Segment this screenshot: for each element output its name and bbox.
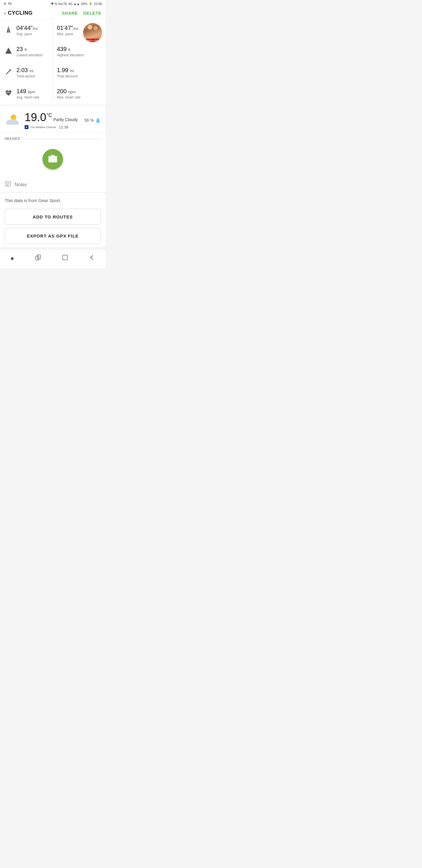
svg-line-12 <box>11 115 12 115</box>
svg-rect-1 <box>8 28 9 29</box>
gear-info-text: This data is from Gear Sport. <box>5 198 61 203</box>
lowest-elev-stat: 23 ft Lowest elevation <box>0 41 53 62</box>
svg-line-14 <box>15 115 16 115</box>
page-title: CYCLING <box>8 10 33 16</box>
highest-elev-label: Highest elevation <box>57 53 84 57</box>
heart-icon <box>4 89 13 99</box>
road-icon <box>4 26 13 36</box>
weather-provider: The Weather Channel <box>30 126 56 129</box>
weather-description: Partly Cloudy <box>53 117 78 122</box>
images-placeholder <box>0 143 105 178</box>
clock: 22:06 <box>94 2 102 6</box>
bottom-nav: ● <box>0 249 105 268</box>
lowest-elev-value: 23 ft <box>17 45 42 53</box>
svg-rect-29 <box>36 256 39 260</box>
weather-section: 19.0°C Partly Cloudy ■ The Weather Chann… <box>0 107 105 132</box>
export-gpx-button[interactable]: EXPORT AS GPX FILE <box>5 228 101 244</box>
header-actions: SHARE DELETE <box>62 10 101 16</box>
add-image-button[interactable] <box>42 149 63 169</box>
overview-button[interactable] <box>57 253 73 264</box>
home-button[interactable]: ● <box>6 253 19 264</box>
max-pace-label: Max. pace <box>57 32 78 36</box>
content: ENGLAND 04'44"/mi Avg. pace <box>0 20 105 247</box>
notes-input[interactable] <box>15 182 101 187</box>
avg-pace-label: Avg. pace <box>17 32 38 36</box>
header: ‹ CYCLING SHARE DELETE <box>0 7 105 20</box>
avg-hr-stat: 149 bpm Avg. heart rate <box>0 83 53 104</box>
header-left: ‹ CYCLING <box>4 10 33 17</box>
add-image-icon <box>47 153 58 166</box>
svg-marker-4 <box>5 48 12 54</box>
svg-rect-2 <box>8 30 9 31</box>
total-ascent-value: 2.03 mi <box>17 67 35 73</box>
images-label: IMAGES <box>5 137 20 141</box>
highest-elev-stat: 439 ft Highest elevation <box>53 41 105 62</box>
total-descent-label: Total descent <box>57 74 78 78</box>
elevation-icon <box>4 46 13 57</box>
pace-stats: ENGLAND 04'44"/mi Avg. pace <box>0 20 105 104</box>
max-hr-label: Max. heart rate <box>57 95 80 99</box>
humidity-value: 56 % <box>85 118 94 123</box>
status-right: ✱ N VoLTE 4G ▲▲ 58% 🔋 22:06 <box>51 2 102 6</box>
lowest-elev-label: Lowest elevation <box>17 53 42 57</box>
notes-icon <box>5 181 11 189</box>
total-ascent-stat: 2.03 mi Total ascent <box>0 62 53 83</box>
total-descent-stat: 1.99 mi Total descent <box>53 62 105 83</box>
humidity-icon: 💧 <box>95 118 101 123</box>
share-button[interactable]: SHARE <box>62 10 78 16</box>
delete-button[interactable]: DELETE <box>83 10 101 16</box>
back-nav-button[interactable] <box>84 253 100 264</box>
action-buttons: ADD TO ROUTES EXPORT AS GPX FILE <box>0 206 105 247</box>
status-bar: ⊖ 58 ✱ N VoLTE 4G ▲▲ 58% 🔋 22:06 <box>0 0 105 7</box>
ascent-icon <box>4 68 13 78</box>
back-button[interactable]: ‹ <box>4 10 6 17</box>
svg-rect-19 <box>6 122 19 125</box>
avg-hr-label: Avg. heart rate <box>17 95 39 99</box>
weather-temperature: 19.0°C <box>25 111 52 124</box>
weather-meta: ■ The Weather Channel 11:38 <box>25 125 78 129</box>
avg-pace-stat: 04'44"/mi Avg. pace <box>0 20 53 41</box>
max-pace-value: 01'47"/mi <box>57 24 78 31</box>
gear-info: This data is from Gear Sport. <box>0 193 105 206</box>
weather-icon <box>5 113 21 128</box>
add-to-routes-button[interactable]: ADD TO ROUTES <box>5 209 101 225</box>
recent-apps-button[interactable] <box>30 253 46 264</box>
total-descent-value: 1.99 mi <box>57 67 78 73</box>
humidity-area: 56 % 💧 <box>85 118 101 123</box>
battery-icon: 🔋 <box>89 2 93 6</box>
status-left: ⊖ 58 <box>3 2 11 6</box>
notes-section <box>0 178 105 193</box>
avg-pace-value: 04'44"/mi <box>17 24 38 31</box>
status-icons: ⊖ 58 <box>3 2 11 6</box>
user-avatar: ENGLAND <box>83 23 103 42</box>
section-divider <box>0 105 105 106</box>
max-hr-value: 200 bpm <box>57 88 80 95</box>
weather-time: 11:38 <box>59 125 69 129</box>
svg-rect-3 <box>8 31 9 32</box>
svg-rect-22 <box>51 155 55 157</box>
svg-rect-30 <box>37 255 40 259</box>
svg-rect-31 <box>63 255 67 260</box>
bluetooth-icon: ✱ <box>51 2 54 6</box>
total-ascent-label: Total ascent <box>17 74 35 78</box>
images-section-header: IMAGES <box>0 132 105 143</box>
network-icons: N VoLTE 4G ▲▲ <box>55 2 80 6</box>
weather-channel-badge: ■ <box>25 125 28 129</box>
highest-elev-value: 439 ft <box>57 45 84 53</box>
battery-level: 58% <box>81 2 87 6</box>
max-hr-stat: 200 bpm Max. heart rate <box>53 83 105 104</box>
avg-hr-value: 149 bpm <box>17 88 39 95</box>
